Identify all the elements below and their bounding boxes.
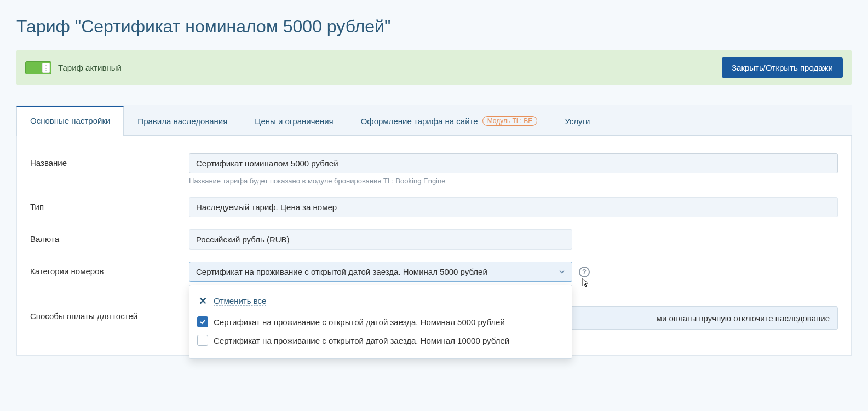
tab-main-settings[interactable]: Основные настройки bbox=[16, 106, 124, 136]
active-toggle[interactable] bbox=[25, 61, 51, 74]
tab-label: Услуги bbox=[565, 117, 590, 126]
deselect-all-button[interactable]: ✕ Отменить все bbox=[197, 292, 564, 312]
tab-label: Основные настройки bbox=[30, 116, 110, 125]
name-input[interactable] bbox=[189, 153, 838, 173]
type-value: Наследуемый тариф. Цена за номер bbox=[189, 197, 838, 217]
tab-inheritance-rules[interactable]: Правила наследования bbox=[124, 106, 241, 136]
name-helper: Название тарифа будет показано в модуле … bbox=[189, 177, 838, 185]
checkbox-unchecked-icon bbox=[197, 335, 208, 346]
help-icon[interactable]: ? bbox=[579, 267, 590, 277]
name-label: Название bbox=[30, 153, 189, 167]
deselect-all-label: Отменить все bbox=[214, 296, 266, 306]
option-label: Сертификат на проживание с открытой дато… bbox=[214, 317, 505, 327]
row-currency: Валюта Российский рубль (RUB) bbox=[30, 229, 838, 250]
settings-panel: Название Название тарифа будет показано … bbox=[16, 136, 852, 356]
tab-label: Оформление тарифа на сайте bbox=[361, 117, 478, 126]
tabs: Основные настройки Правила наследования … bbox=[16, 105, 852, 136]
row-categories: Категории номеров Сертификат на проживан… bbox=[30, 262, 838, 282]
tab-prices-limits[interactable]: Цены и ограничения bbox=[241, 106, 347, 136]
checkbox-checked-icon bbox=[197, 316, 208, 327]
chevron-down-icon bbox=[559, 267, 565, 276]
close-icon: ✕ bbox=[197, 295, 208, 307]
tab-services[interactable]: Услуги bbox=[551, 106, 603, 136]
payment-label: Способы оплаты для гостей bbox=[30, 306, 189, 321]
toggle-handle bbox=[42, 63, 50, 73]
category-option-5000[interactable]: Сертификат на проживание с открытой дато… bbox=[197, 312, 564, 331]
categories-selected-value: Сертификат на проживание с открытой дато… bbox=[196, 267, 487, 276]
type-label: Тип bbox=[30, 197, 189, 211]
status-bar: Тариф активный Закрыть/Открыть продажи bbox=[16, 50, 852, 85]
module-badge: Модуль TL: BE bbox=[482, 116, 538, 126]
tab-site-appearance[interactable]: Оформление тарифа на сайте Модуль TL: BE bbox=[347, 106, 551, 136]
row-type: Тип Наследуемый тариф. Цена за номер bbox=[30, 197, 838, 217]
currency-label: Валюта bbox=[30, 229, 189, 244]
category-option-10000[interactable]: Сертификат на проживание с открытой дато… bbox=[197, 331, 564, 350]
row-name: Название Название тарифа будет показано … bbox=[30, 153, 838, 185]
currency-value: Российский рубль (RUB) bbox=[189, 229, 572, 250]
option-label: Сертификат на проживание с открытой дато… bbox=[214, 336, 509, 345]
tab-label: Цены и ограничения bbox=[255, 117, 333, 126]
tab-label: Правила наследования bbox=[137, 117, 227, 126]
categories-select[interactable]: Сертификат на проживание с открытой дато… bbox=[189, 262, 572, 282]
categories-label: Категории номеров bbox=[30, 262, 189, 276]
categories-dropdown: ✕ Отменить все Сертификат на проживание … bbox=[189, 285, 572, 359]
close-open-sales-button[interactable]: Закрыть/Открыть продажи bbox=[722, 57, 843, 78]
status-label: Тариф активный bbox=[58, 63, 122, 72]
page-title: Тариф "Сертификат номиналом 5000 рублей" bbox=[16, 16, 852, 37]
status-left: Тариф активный bbox=[25, 61, 122, 74]
